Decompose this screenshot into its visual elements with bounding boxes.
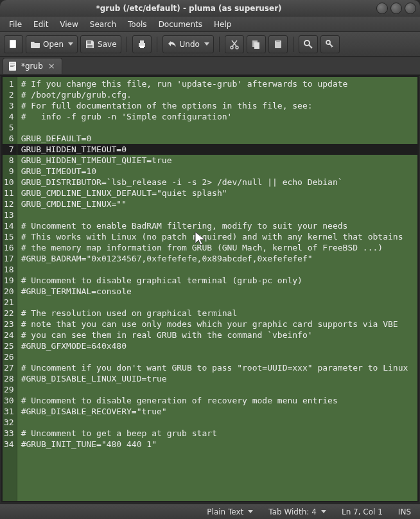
code-line[interactable]: # This works with Linux (no patch requir… [21, 231, 414, 242]
gutter-line: 28 [4, 373, 14, 384]
document-new-icon [8, 39, 19, 49]
gutter-line: 3 [4, 100, 14, 111]
status-position: Ln 7, Col 1 [338, 506, 387, 518]
svg-rect-19 [10, 65, 15, 66]
gutter-line: 12 [4, 198, 14, 209]
menu-file[interactable]: File [4, 19, 27, 30]
menu-help[interactable]: Help [209, 19, 236, 30]
menu-search[interactable]: Search [85, 19, 121, 30]
gutter-line: 5 [4, 122, 14, 133]
code-line[interactable]: # If you change this file, run 'update-g… [21, 78, 414, 89]
gutter-line: 30 [4, 395, 14, 406]
undo-button[interactable]: Undo [162, 35, 214, 53]
code-line[interactable]: # Uncomment to disable graphical termina… [21, 275, 414, 286]
close-tab-button[interactable]: × [47, 61, 57, 71]
menu-tools[interactable]: Tools [123, 19, 152, 30]
gutter-line: 18 [4, 264, 14, 275]
code-line[interactable]: #GRUB_INIT_TUNE="480 440 1" [21, 439, 414, 450]
chevron-down-icon [204, 42, 209, 46]
code-line[interactable]: # you can see them in real GRUB with the… [21, 330, 414, 340]
status-language[interactable]: Plain Text [203, 506, 257, 518]
gutter-line: 17 [4, 253, 14, 264]
code-line[interactable]: # info -f grub -n 'Simple configuration' [21, 111, 414, 122]
tab-grub[interactable]: *grub × [3, 58, 62, 74]
code-line[interactable]: #GRUB_BADRAM="0x01234567,0xfefefefe,0x89… [21, 253, 414, 264]
save-button[interactable]: Save [80, 35, 121, 53]
code-line[interactable]: #GRUB_DISABLE_RECOVERY="true" [21, 406, 414, 417]
gutter-line: 21 [4, 297, 14, 308]
statusbar: Plain Text Tab Width: 4 Ln 7, Col 1 INS [0, 504, 420, 519]
code-line[interactable]: GRUB_TIMEOUT=10 [21, 166, 414, 177]
svg-rect-18 [10, 64, 15, 64]
menu-view[interactable]: View [55, 19, 83, 30]
code-line[interactable]: GRUB_CMDLINE_LINUX_DEFAULT="quiet splash… [21, 188, 414, 198]
gutter-line: 6 [4, 133, 14, 144]
code-line[interactable] [21, 122, 414, 133]
code-line[interactable] [21, 384, 414, 395]
editor-frame: 1234567891011121314151617181920212223242… [1, 76, 419, 502]
open-button[interactable]: Open [26, 35, 78, 53]
cut-button[interactable] [225, 35, 244, 53]
gutter-line: 19 [4, 275, 14, 286]
code-line[interactable]: # the memory map information from GRUB (… [21, 242, 414, 253]
print-button[interactable] [132, 35, 152, 53]
editor[interactable]: 1234567891011121314151617181920212223242… [3, 77, 417, 501]
tab-label: *grub [21, 62, 43, 71]
code-line[interactable] [21, 209, 414, 220]
paste-button[interactable] [268, 35, 288, 53]
code-line[interactable]: # note that you can use only modes which… [21, 319, 414, 330]
svg-line-14 [309, 45, 312, 48]
code-line[interactable]: GRUB_CMDLINE_LINUX="" [21, 198, 414, 209]
code-line[interactable]: GRUB_HIDDEN_TIMEOUT=0 [17, 144, 417, 155]
code-line[interactable]: # The resolution used on graphical termi… [21, 308, 414, 319]
code-line[interactable]: # Uncomment if you don't want GRUB to pa… [21, 362, 414, 373]
code-area[interactable]: # If you change this file, run 'update-g… [17, 77, 417, 501]
maximize-button[interactable] [390, 3, 402, 14]
copy-button[interactable] [247, 35, 266, 53]
toolbar-separator [219, 37, 220, 52]
close-button[interactable] [405, 3, 416, 14]
status-tab-width[interactable]: Tab Width: 4 [265, 506, 330, 518]
code-line[interactable] [21, 297, 414, 308]
code-line[interactable]: #GRUB_GFXMODE=640x480 [21, 340, 414, 351]
gutter-line: 13 [4, 209, 14, 220]
code-line[interactable]: # For full documentation of the options … [21, 100, 414, 111]
gutter-line: 22 [4, 308, 14, 319]
code-line[interactable]: GRUB_DEFAULT=0 [21, 133, 414, 144]
menu-documents[interactable]: Documents [153, 19, 207, 30]
gutter-line: 26 [4, 351, 14, 362]
cut-icon [229, 39, 240, 49]
code-line[interactable] [21, 417, 414, 428]
find-replace-icon [325, 39, 335, 49]
gutter-line: 16 [4, 242, 14, 253]
code-line[interactable]: #GRUB_TERMINAL=console [21, 286, 414, 297]
status-insert-mode[interactable]: INS [394, 506, 415, 518]
svg-rect-20 [10, 66, 13, 67]
code-line[interactable]: GRUB_HIDDEN_TIMEOUT_QUIET=true [21, 155, 414, 166]
svg-rect-3 [87, 45, 92, 48]
svg-point-8 [236, 46, 238, 49]
code-line[interactable]: # Uncomment to get a beep at grub start [21, 428, 414, 439]
code-line[interactable]: # Uncomment to disable generation of rec… [21, 395, 414, 406]
code-line[interactable]: GRUB_DISTRIBUTOR=`lsb_release -i -s 2> /… [21, 177, 414, 188]
new-document-button[interactable] [4, 35, 23, 53]
minimize-button[interactable] [376, 3, 388, 14]
menu-edit[interactable]: Edit [28, 19, 53, 30]
code-line[interactable] [21, 351, 414, 362]
code-line[interactable]: # /boot/grub/grub.cfg. [21, 89, 414, 100]
toolbar-separator [157, 37, 157, 52]
save-label: Save [98, 40, 116, 49]
gutter-line: 10 [4, 177, 14, 188]
code-line[interactable] [21, 264, 414, 275]
gutter-line: 9 [4, 166, 14, 177]
code-line[interactable]: #GRUB_DISABLE_LINUX_UUID=true [21, 373, 414, 384]
code-line[interactable]: # Uncomment to enable BadRAM filtering, … [21, 220, 414, 231]
find-button[interactable] [299, 35, 318, 53]
gutter: 1234567891011121314151617181920212223242… [3, 77, 17, 501]
svg-rect-12 [276, 40, 280, 42]
find-replace-button[interactable] [320, 35, 340, 53]
svg-rect-6 [140, 46, 144, 48]
gutter-line: 7 [3, 144, 17, 155]
gutter-line: 15 [4, 231, 14, 242]
window-title: *grub (/etc/default) - pluma (as superus… [4, 4, 374, 13]
